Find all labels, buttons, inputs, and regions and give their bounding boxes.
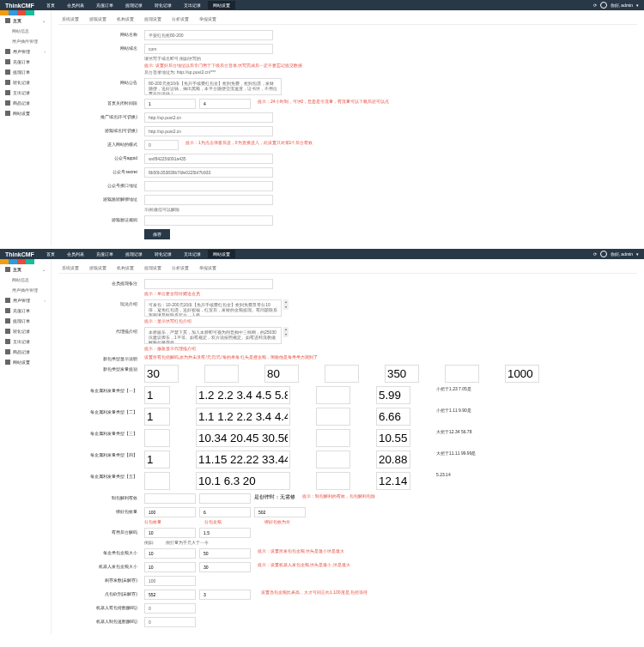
nav-convert[interactable]: 转化记录 [149, 250, 177, 258]
side-convert[interactable]: 转化记录 [0, 77, 51, 88]
side-expense[interactable]: 支出记录 [0, 88, 51, 98]
refresh-icon[interactable]: ⟳ [593, 251, 597, 257]
tab-game[interactable]: 游戏设置 [86, 14, 110, 24]
play-intro-textarea[interactable]: 可发包：10-200元10倍【免开手续费红包全】抢到免费及带分10倍，避免红包违… [144, 299, 282, 317]
side-settings[interactable]: 网站设置 [0, 108, 51, 118]
nav-recharge[interactable]: 充值订单 [91, 250, 118, 258]
side-withdraw[interactable]: 提现订单 [0, 316, 51, 326]
side-withdraw[interactable]: 提现订单 [0, 67, 51, 77]
r2-v3[interactable] [316, 408, 350, 426]
backend-2[interactable] [199, 528, 251, 538]
valid-2[interactable] [199, 493, 251, 504]
nav-home[interactable]: 首页 [41, 1, 60, 9]
side-convert[interactable]: 转化记录 [0, 326, 51, 336]
user-label[interactable]: 你好, admin [611, 251, 633, 257]
qty-3[interactable] [264, 365, 299, 383]
robot-max[interactable] [199, 562, 251, 572]
r5-v2[interactable] [196, 472, 290, 490]
robot-hold-input[interactable] [144, 603, 196, 614]
nav-settings[interactable]: 网站设置 [208, 250, 235, 258]
r1-v4[interactable] [376, 386, 410, 404]
side-settings[interactable]: 网站设置 [0, 357, 51, 367]
robot-speed-input[interactable] [144, 617, 196, 627]
nav-settings[interactable]: 网站设置 [208, 1, 235, 9]
secret-input[interactable] [144, 167, 273, 178]
side-siteinfo[interactable]: 网站信息 [0, 26, 51, 36]
r4-v2[interactable] [196, 450, 290, 469]
r2-v1[interactable] [144, 408, 170, 426]
bind-3[interactable] [254, 507, 306, 517]
nav-convert[interactable]: 转化记录 [149, 1, 177, 9]
tab-system[interactable]: 系统设置 [58, 14, 82, 24]
r5-v3[interactable] [316, 472, 350, 490]
side-recharge[interactable]: 充值订单 [0, 57, 51, 67]
enter-mode-input[interactable] [144, 140, 179, 150]
nav-expense[interactable]: 支出记录 [179, 1, 206, 9]
chevron-down-icon[interactable]: ▾ [636, 251, 639, 257]
range-min[interactable] [144, 548, 196, 559]
r4-v3[interactable] [316, 450, 350, 469]
user-avatar-icon[interactable] [600, 251, 607, 257]
verify-input[interactable] [144, 215, 273, 226]
r2-v4[interactable] [376, 408, 410, 426]
qty-2[interactable] [204, 365, 239, 383]
refresh-icon[interactable]: ⟳ [593, 3, 597, 8]
side-goods[interactable]: 商品记录 [0, 347, 51, 357]
tab-agency[interactable]: 机构设置 [113, 263, 137, 273]
r3-v4[interactable] [376, 429, 410, 447]
qty-7[interactable] [505, 365, 539, 383]
r4-v4[interactable] [376, 450, 410, 469]
nav-members[interactable]: 会员列表 [62, 1, 89, 9]
side-usermgmt[interactable]: 用户管理› [0, 46, 51, 57]
chevron-down-icon[interactable]: ▾ [636, 3, 639, 8]
promo-domain-input[interactable] [144, 112, 273, 123]
tab-system[interactable]: 系统设置 [58, 263, 82, 273]
nav-members[interactable]: 会员列表 [62, 250, 89, 258]
side-plugin[interactable]: 用户插件管理 [0, 36, 51, 46]
range-max[interactable] [199, 548, 251, 559]
side-usermgmt[interactable]: 用户管理› [0, 295, 51, 305]
cut-1[interactable] [144, 590, 196, 600]
side-home[interactable]: 主页⌄ [0, 15, 51, 26]
tab-game[interactable]: 游戏设置 [86, 263, 110, 273]
brand[interactable]: ThinkCMF [5, 3, 34, 9]
bind-1[interactable] [144, 507, 196, 517]
tab-agency[interactable]: 机构设置 [113, 14, 137, 24]
redirect-input[interactable] [144, 195, 273, 205]
side-goods[interactable]: 商品记录 [0, 98, 51, 108]
qty-1[interactable] [144, 365, 179, 383]
r1-v1[interactable] [144, 386, 170, 404]
tab-report[interactable]: 举报设置 [196, 14, 220, 24]
r3-v3[interactable] [316, 429, 350, 447]
valid-1[interactable] [144, 493, 196, 504]
domain-input[interactable] [144, 44, 273, 54]
appid-input[interactable] [144, 154, 273, 164]
r3-v2[interactable] [196, 429, 290, 447]
side-home[interactable]: 主页⌄ [0, 264, 51, 275]
nav-home[interactable]: 首页 [41, 250, 60, 258]
r4-v1[interactable] [144, 450, 170, 469]
r5-v4[interactable] [376, 472, 410, 490]
tab-report[interactable]: 举报设置 [196, 263, 220, 273]
down-icon[interactable]: ▾ [283, 332, 289, 337]
closetime-from[interactable] [144, 99, 196, 109]
cut-2[interactable] [199, 590, 251, 600]
sitename-input[interactable] [144, 30, 273, 40]
user-label[interactable]: 你好, admin [611, 3, 633, 8]
brand[interactable]: ThinkCMF [5, 251, 34, 257]
side-plugin[interactable]: 用户插件管理 [0, 285, 51, 295]
robot-min[interactable] [144, 562, 196, 572]
r1-v2[interactable] [196, 386, 290, 404]
nav-withdraw[interactable]: 提现记录 [120, 250, 148, 258]
member-note-input[interactable] [144, 279, 273, 289]
qty-5[interactable] [385, 365, 419, 383]
r3-v1[interactable] [144, 429, 170, 447]
nav-expense[interactable]: 支出记录 [179, 250, 206, 258]
tab-analysis[interactable]: 分析设置 [168, 263, 192, 273]
backend-1[interactable] [144, 528, 196, 538]
notice-textarea[interactable]: 80-200元抢10倍【免开手续费红包全】抢到免费，抢到包违，发财随便，送好运钱… [144, 78, 282, 95]
qty-6[interactable] [445, 365, 479, 383]
r2-v2[interactable] [196, 408, 290, 426]
tab-analysis[interactable]: 分析设置 [168, 14, 192, 24]
tab-withdraw[interactable]: 提现设置 [141, 14, 165, 24]
